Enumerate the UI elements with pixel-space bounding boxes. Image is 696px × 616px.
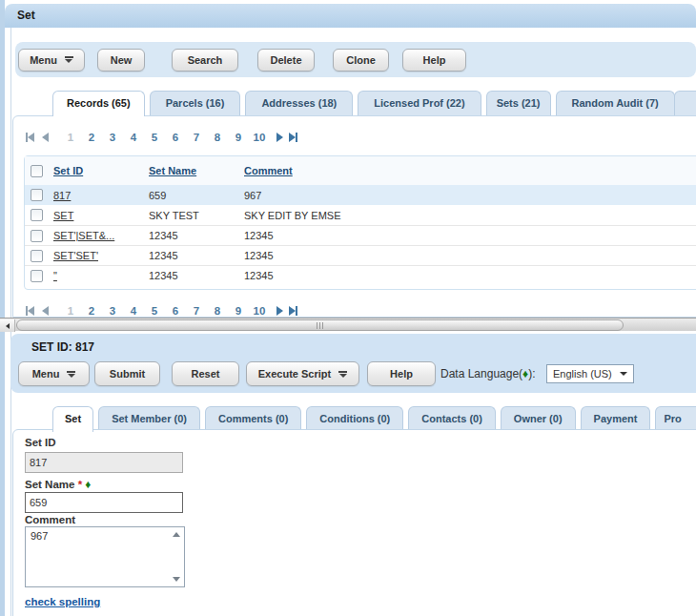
data-language-label: Data Language(♦):	[440, 361, 536, 386]
detail-help-button[interactable]: Help	[367, 361, 436, 386]
page-3[interactable]: 3	[102, 305, 123, 317]
page-1[interactable]: 1	[60, 305, 81, 317]
page-4[interactable]: 4	[123, 305, 144, 317]
set-id-label: Set ID	[25, 437, 56, 448]
set-name-label: Set Name * ♦	[25, 478, 91, 491]
row-checkbox[interactable]	[31, 189, 43, 201]
tab-set[interactable]: Set	[52, 406, 93, 432]
page-9[interactable]: 9	[228, 305, 249, 317]
page-4[interactable]: 4	[123, 132, 144, 143]
page-2[interactable]: 2	[81, 132, 102, 143]
menu-caret-icon	[65, 56, 73, 63]
page-8[interactable]: 8	[207, 305, 228, 317]
detail-toolbar: Menu Submit Reset Execute Script Help	[18, 361, 436, 386]
pagination-top: 1 2 3 4 5 6 7 8 9 10	[26, 128, 297, 147]
page-7[interactable]: 7	[186, 305, 207, 317]
page-6[interactable]: 6	[165, 305, 186, 317]
prev-page-icon[interactable]	[42, 306, 49, 316]
page-1[interactable]: 1	[60, 132, 81, 143]
first-page-icon[interactable]	[26, 133, 34, 142]
first-page-icon[interactable]	[26, 306, 34, 316]
data-language-select[interactable]: English (US)	[546, 364, 634, 383]
table-row: " 12345 12345	[25, 265, 696, 285]
page-10[interactable]: 10	[249, 132, 270, 143]
page-3[interactable]: 3	[102, 132, 123, 143]
delete-button[interactable]: Delete	[257, 49, 315, 72]
clone-button[interactable]: Clone	[333, 49, 389, 72]
main-toolbar: Menu New Search Delete Clone Help	[15, 42, 696, 77]
diamond-icon: ♦	[85, 478, 91, 491]
tab-licensed-prof[interactable]: Licensed Prof (22)	[358, 91, 481, 115]
col-comment[interactable]: Comment	[244, 165, 293, 176]
row-checkbox[interactable]	[31, 250, 43, 262]
tab-owner[interactable]: Owner (0)	[501, 406, 576, 431]
set-id-link[interactable]: SET'SET'	[53, 250, 98, 261]
required-icon: *	[78, 479, 82, 490]
page-8[interactable]: 8	[207, 132, 228, 143]
row-checkbox[interactable]	[31, 209, 43, 221]
tab-payment[interactable]: Payment	[581, 406, 651, 431]
tab-addresses[interactable]: Addresses (18)	[245, 91, 353, 115]
page-9[interactable]: 9	[228, 132, 249, 143]
set-id-link[interactable]: "	[53, 270, 57, 281]
comment-label: Comment	[25, 514, 75, 525]
tab-contacts[interactable]: Contacts (0)	[408, 406, 496, 431]
search-button[interactable]: Search	[172, 49, 238, 72]
records-list-panel: 1 2 3 4 5 6 7 8 9 10 Set ID Set Name Com…	[12, 115, 696, 318]
help-button[interactable]: Help	[402, 49, 466, 72]
records-table: Set ID Set Name Comment 817 659 967 SET …	[24, 155, 696, 290]
table-row: SET'|SET&... 12345 12345	[25, 225, 696, 245]
next-page-icon[interactable]	[276, 133, 283, 142]
page-7[interactable]: 7	[186, 132, 207, 143]
set-id-field[interactable]	[25, 452, 183, 473]
new-button[interactable]: New	[97, 49, 145, 72]
last-page-icon[interactable]	[289, 133, 297, 142]
tab-records[interactable]: Records (65)	[52, 91, 145, 116]
check-spelling-link[interactable]: check spelling	[25, 596, 100, 607]
prev-page-icon[interactable]	[42, 133, 49, 142]
detail-tabs: Set Set Member (0) Comments (0) Conditio…	[52, 406, 696, 431]
last-page-icon[interactable]	[289, 306, 297, 316]
tab-partial[interactable]	[674, 91, 696, 115]
set-name-field[interactable]	[25, 492, 183, 513]
tab-sets[interactable]: Sets (21)	[486, 91, 551, 115]
detail-menu-button[interactable]: Menu	[18, 361, 90, 386]
row-checkbox[interactable]	[31, 230, 43, 242]
comment-textarea[interactable]: 967	[25, 526, 185, 587]
page-2[interactable]: 2	[81, 305, 102, 317]
page-5[interactable]: 5	[144, 305, 165, 317]
tab-set-member[interactable]: Set Member (0)	[98, 406, 200, 431]
reset-button[interactable]: Reset	[172, 361, 239, 386]
tab-pro[interactable]: Pro	[655, 406, 696, 431]
set-id-link[interactable]: SET'|SET&...	[53, 230, 114, 241]
select-all-checkbox[interactable]	[31, 165, 43, 177]
tab-comments[interactable]: Comments (0)	[205, 406, 301, 431]
set-id-link[interactable]: 817	[53, 190, 71, 201]
chevron-down-icon	[620, 372, 627, 376]
submit-button[interactable]: Submit	[94, 361, 160, 386]
tab-conditions[interactable]: Conditions (0)	[306, 406, 403, 431]
execute-script-button[interactable]: Execute Script	[246, 361, 359, 386]
table-row: 817 659 967	[25, 185, 696, 205]
page-edge-strip	[0, 0, 5, 616]
col-set-id[interactable]: Set ID	[53, 165, 83, 176]
tab-parcels[interactable]: Parcels (16)	[150, 91, 241, 115]
table-row: SET SKY TEST SKY EDIT BY EMSE	[25, 205, 696, 225]
tab-random-audit[interactable]: Random Audit (7)	[556, 91, 675, 115]
row-checkbox[interactable]	[31, 270, 43, 282]
next-page-icon[interactable]	[276, 306, 283, 316]
scroll-left-button[interactable]	[0, 319, 15, 332]
col-set-name[interactable]: Set Name	[149, 165, 196, 176]
menu-caret-icon	[67, 371, 75, 378]
detail-title: SET ID: 817	[31, 340, 94, 354]
pagination-bottom: 1 2 3 4 5 6 7 8 9 10	[26, 301, 297, 320]
scroll-down-icon[interactable]	[173, 577, 180, 582]
scrollbar-thumb[interactable]	[16, 319, 624, 331]
page-title: Set	[17, 4, 35, 28]
set-id-link[interactable]: SET	[53, 210, 73, 221]
menu-button[interactable]: Menu	[18, 49, 85, 72]
page-6[interactable]: 6	[165, 132, 186, 143]
scroll-up-icon[interactable]	[173, 532, 180, 537]
page-5[interactable]: 5	[144, 132, 165, 143]
page-10[interactable]: 10	[249, 305, 270, 317]
